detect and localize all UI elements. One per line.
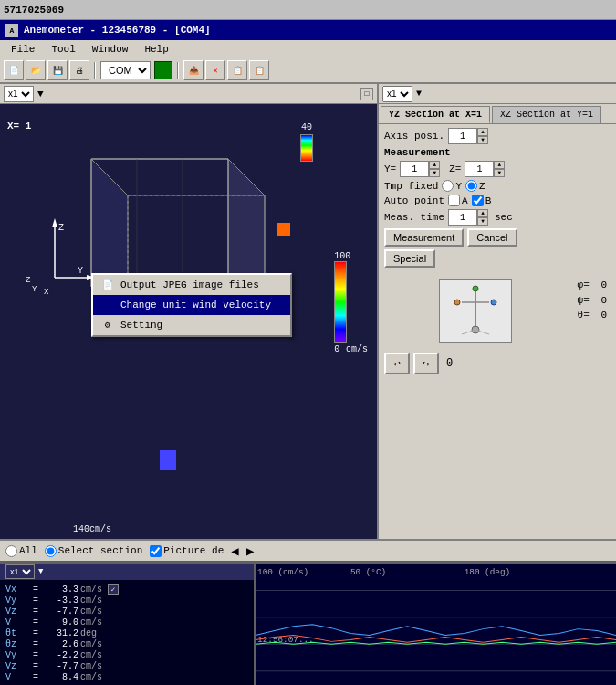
left-panel-select[interactable]: x1 — [4, 86, 34, 102]
svg-text:Y: Y — [78, 266, 83, 276]
data-label-0: Vx — [5, 585, 31, 595]
nav-back[interactable]: ↩ — [384, 353, 410, 374]
z-input[interactable]: 1 — [465, 161, 494, 177]
toolbar-print[interactable]: 🖨 — [69, 60, 89, 80]
right-panel-select[interactable]: x1 — [382, 86, 412, 102]
setting-icon: ⚙ — [100, 319, 115, 332]
menu-help[interactable]: Help — [137, 42, 175, 57]
toolbar-sep-1 — [94, 62, 96, 79]
svg-text:X: X — [44, 288, 49, 297]
all-label: All — [19, 545, 37, 556]
meas-time-down[interactable]: ▼ — [477, 217, 488, 226]
data-unit-0: cm/s — [80, 585, 102, 595]
select-section-radio[interactable] — [45, 545, 57, 557]
select-section-text: Select section — [58, 545, 142, 556]
menu-file[interactable]: File — [4, 42, 42, 57]
z-down[interactable]: ▼ — [494, 169, 505, 177]
tab-xz-section[interactable]: XZ Section at Y=1 — [492, 106, 601, 123]
axis-pos-down[interactable]: ▼ — [477, 136, 488, 144]
data-row-5: θz = 2.6 cm/s — [5, 639, 248, 649]
data-unit-4: deg — [80, 628, 97, 638]
measurement-btn[interactable]: Measurement — [384, 228, 464, 247]
svg-point-34 — [491, 300, 496, 305]
check-b[interactable] — [472, 195, 484, 206]
data-row-3: V = 9.0 cm/s — [5, 617, 248, 627]
toolbar-new[interactable]: 📄 — [4, 60, 24, 80]
toolbar-export[interactable]: 📤 — [183, 60, 204, 80]
ctx-change-unit-label: Change unit wind velocity — [120, 300, 271, 311]
nav-forward[interactable]: ↪ — [413, 353, 439, 374]
all-radio[interactable] — [5, 545, 17, 557]
data-row-4: θt = 31.2 deg — [5, 628, 248, 638]
special-btn-row: Special — [384, 249, 611, 268]
radio-z[interactable] — [465, 180, 477, 192]
toolbar-save[interactable]: 💾 — [47, 60, 68, 80]
data-value-4: 31.2 — [40, 628, 78, 638]
y-arrows[interactable]: ▲ ▼ — [429, 161, 440, 177]
data-check-0[interactable]: ✓ — [108, 584, 119, 595]
data-row-0: Vx = 3.3 cm/s ✓ — [5, 584, 248, 595]
meas-time-up[interactable]: ▲ — [477, 209, 488, 217]
z-arrows[interactable]: ▲ ▼ — [494, 161, 505, 177]
axis-pos-arrows[interactable]: ▲ ▼ — [477, 128, 488, 144]
com-connect-btn[interactable] — [154, 61, 172, 79]
axis-pos-input[interactable]: 1 — [448, 128, 477, 144]
phi-row: φ= 0 — [578, 278, 607, 293]
toolbar-open[interactable]: 📂 — [26, 60, 46, 80]
data-value-1: -3.3 — [40, 595, 78, 606]
cancel-btn[interactable]: Cancel — [467, 228, 517, 247]
picture-checkbox[interactable] — [150, 545, 162, 557]
check-a-label[interactable]: A — [448, 195, 468, 206]
data-label-4: θt — [5, 628, 31, 638]
data-unit-1: cm/s — [80, 595, 102, 606]
y-up[interactable]: ▲ — [429, 161, 440, 169]
check-a[interactable] — [448, 195, 460, 206]
data-panel-select[interactable]: x1 — [5, 564, 35, 579]
ctx-output-jpeg[interactable]: 📄 Output JPEG image files — [93, 275, 290, 295]
y-input[interactable]: 1 — [400, 161, 429, 177]
menu-tool[interactable]: Tool — [44, 42, 82, 57]
meas-time-input[interactable]: 1 — [448, 209, 477, 226]
tab-yz-section[interactable]: YZ Section at X=1 — [381, 106, 490, 123]
toolbar-stop[interactable]: ✕ — [205, 60, 225, 80]
radio-z-label[interactable]: Z — [465, 180, 485, 192]
maximize-btn[interactable]: □ — [360, 88, 373, 100]
ctx-setting[interactable]: ⚙ Setting — [93, 315, 290, 335]
meas-time-label: Meas. time — [384, 212, 444, 223]
all-radio-label[interactable]: All — [5, 545, 37, 557]
menu-window[interactable]: Window — [85, 42, 136, 57]
radio-y[interactable] — [442, 180, 454, 192]
nav-number: 0 — [443, 357, 456, 370]
blue-marker — [160, 450, 176, 470]
data-label-2: Vz — [5, 606, 31, 616]
scroll-arrows[interactable]: ◀ ▶ — [231, 543, 254, 559]
x1-label: X= 1 — [7, 121, 31, 132]
radio-y-label[interactable]: Y — [442, 180, 462, 192]
check-b-label[interactable]: B — [472, 195, 492, 206]
meas-time-arrows[interactable]: ▲ ▼ — [477, 209, 488, 226]
right-form: Axis posi. 1 ▲ ▼ Measurement Y= — [379, 124, 616, 274]
angles-display: φ= 0 ψ= 0 θ= 0 — [572, 276, 612, 347]
toolbar-sep-2 — [177, 62, 179, 79]
special-btn[interactable]: Special — [384, 249, 435, 268]
toolbar: 📄 📂 💾 🖨 COM4 COM1 COM2 COM3 📤 ✕ 📋 📋 — [0, 58, 616, 84]
data-value-6: -2.2 — [40, 650, 78, 660]
toolbar-paste[interactable]: 📋 — [249, 60, 269, 80]
title-text: Anemometer - 123456789 - [COM4] — [24, 25, 211, 36]
z-up[interactable]: ▲ — [494, 161, 505, 169]
toolbar-copy[interactable]: 📋 — [227, 60, 247, 80]
com-select[interactable]: COM4 COM1 COM2 COM3 — [100, 61, 151, 79]
jpeg-icon: 📄 — [100, 279, 115, 291]
color-bar-small — [300, 134, 313, 162]
axis-pos-row: Axis posi. 1 ▲ ▼ — [384, 128, 611, 144]
chart-svg: 100 (cm/s) 50 (°C) 180 (deg) 12:56:07...… — [256, 564, 616, 685]
orange-marker — [277, 223, 290, 236]
data-row-2: Vz = -7.7 cm/s — [5, 606, 248, 616]
instrument-svg — [444, 284, 507, 339]
y-down[interactable]: ▼ — [429, 169, 440, 177]
picture-checkbox-label[interactable]: Picture de — [150, 545, 224, 557]
select-section-label[interactable]: Select section — [45, 545, 142, 557]
ctx-change-unit[interactable]: Change unit wind velocity — [93, 295, 290, 315]
data-row-6: Vy = -2.2 cm/s — [5, 650, 248, 660]
axis-pos-up[interactable]: ▲ — [477, 128, 488, 136]
